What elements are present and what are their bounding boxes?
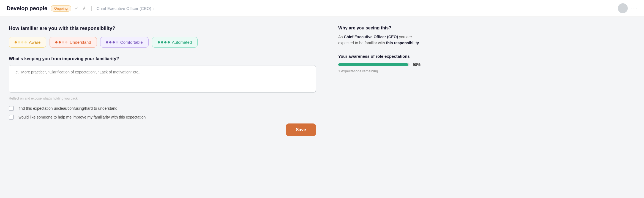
dot-4: [116, 41, 118, 43]
textarea-wrapper: [9, 65, 316, 94]
dot-3: [164, 41, 167, 43]
dot-3: [21, 41, 23, 43]
status-badge: Ongoing: [51, 5, 71, 12]
dot-4: [168, 41, 170, 43]
why-period: .: [419, 41, 420, 45]
comfortable-label: Comfortable: [120, 40, 143, 45]
aware-label: Aware: [29, 40, 40, 45]
checkbox-row-2: I would like someone to help me improve …: [9, 115, 316, 120]
familiarity-aware-button[interactable]: Aware: [9, 37, 46, 48]
understand-dots: [55, 41, 67, 43]
aware-dots: [15, 41, 27, 43]
header-role: Chief Executive Officer (CEO) ↑: [97, 6, 155, 11]
left-panel: How familiar are you with this responsib…: [9, 26, 327, 136]
why-title: Why are you seeing this?: [338, 26, 421, 31]
dot-2: [59, 41, 61, 43]
comfortable-dots: [106, 41, 118, 43]
dot-2: [161, 41, 163, 43]
why-responsibility-bold: this responsibility: [386, 41, 419, 45]
familiarity-options: Aware Understand: [9, 37, 316, 48]
dot-2: [18, 41, 20, 43]
avatar: [618, 3, 628, 13]
checkbox-unclear[interactable]: [9, 106, 14, 111]
progress-bar-background: [338, 63, 410, 66]
dot-1: [106, 41, 108, 43]
dot-3: [62, 41, 64, 43]
right-panel: Why are you seeing this? As Chief Execut…: [327, 26, 421, 136]
dot-4: [24, 41, 27, 43]
role-label: Chief Executive Officer (CEO): [97, 6, 151, 11]
familiarity-automated-button[interactable]: Automated: [152, 37, 198, 48]
why-prefix: As: [338, 35, 344, 39]
awareness-title: Your awareness of role expectations: [338, 54, 421, 59]
expectations-remaining: 1 expectations remaining: [338, 69, 421, 73]
reflect-hint: Reflect on and expose what's holding you…: [9, 97, 316, 100]
automated-dots: [158, 41, 170, 43]
dot-1: [158, 41, 160, 43]
feedback-textarea[interactable]: [9, 65, 316, 93]
save-button[interactable]: Save: [286, 123, 316, 136]
dot-1: [15, 41, 17, 43]
automated-label: Automated: [172, 40, 192, 45]
progress-bar-fill: [338, 63, 408, 66]
familiarity-understand-button[interactable]: Understand: [50, 37, 97, 48]
understand-label: Understand: [70, 40, 91, 45]
sort-arrow-icon: ↑: [153, 6, 155, 10]
action-row: Save: [9, 123, 316, 136]
header: Develop people Ongoing ✓ ★ | Chief Execu…: [0, 0, 644, 17]
dot-2: [109, 41, 111, 43]
main-container: How familiar are you with this responsib…: [0, 17, 429, 145]
why-role-bold: Chief Executive Officer (CEO): [344, 35, 398, 39]
check-icon[interactable]: ✓: [75, 5, 79, 11]
dot-1: [55, 41, 58, 43]
familiarity-comfortable-button[interactable]: Comfortable: [100, 37, 149, 48]
page-title: Develop people: [7, 5, 47, 12]
dot-3: [113, 41, 115, 43]
why-text: As Chief Executive Officer (CEO) you are…: [338, 34, 421, 46]
dot-4: [65, 41, 67, 43]
checkbox-help[interactable]: [9, 115, 14, 120]
separator: |: [91, 6, 92, 11]
keeping-question: What's keeping you from improving your f…: [9, 56, 316, 61]
checkbox-help-label: I would like someone to help me improve …: [17, 115, 146, 119]
star-icon[interactable]: ★: [82, 5, 86, 11]
checkbox-row-1: I find this expectation unclear/confusin…: [9, 106, 316, 111]
more-options-icon[interactable]: ···: [631, 5, 637, 12]
checkbox-unclear-label: I find this expectation unclear/confusin…: [17, 106, 118, 111]
progress-row: 98%: [338, 62, 421, 67]
familiarity-question: How familiar are you with this responsib…: [9, 26, 316, 31]
progress-percentage: 98%: [413, 62, 421, 67]
